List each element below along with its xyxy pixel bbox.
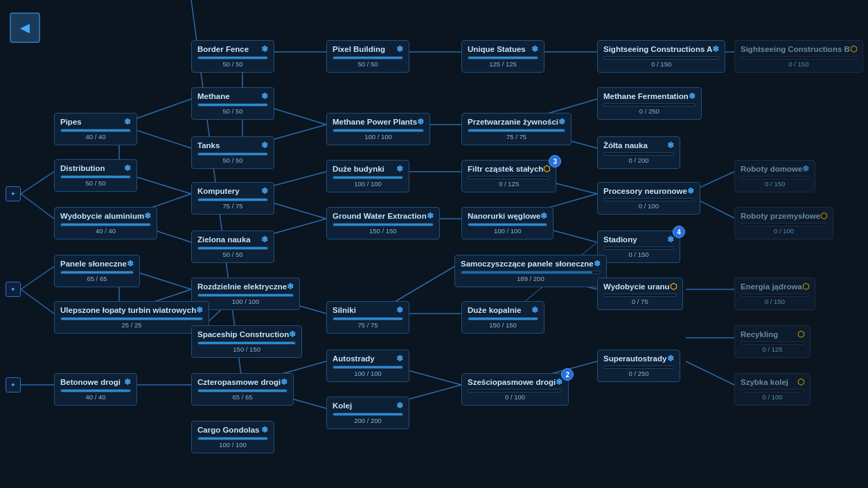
- node-border-fence[interactable]: Border Fence ❄ 50 / 50: [191, 40, 274, 73]
- node-label-duze-budynki: Duże budynki: [333, 165, 396, 173]
- node-przetwarzanie[interactable]: Przetwarzanie żywności ❄ 75 / 75: [461, 113, 572, 145]
- node-title-silniki: Silniki ❄: [333, 305, 403, 315]
- node-autostrady[interactable]: Autostrady ❄ 100 / 100: [326, 350, 409, 382]
- node-icon-roboty-domowe: ❄: [802, 164, 809, 174]
- node-distribution[interactable]: Distribution ❄ 50 / 50: [54, 159, 137, 192]
- node-title-recykling: Recykling ⬡: [741, 329, 804, 339]
- node-szesciopasmowe[interactable]: Sześciopasmowe drogi ❄ 0 / 100 2: [461, 373, 569, 406]
- progress-fill-betonowe-drogi: [61, 390, 130, 392]
- node-komputery[interactable]: Komputery ❄ 75 / 75: [191, 182, 274, 215]
- progress-fill-duze-budynki: [333, 177, 402, 179]
- node-tanks[interactable]: Tanks ❄ 50 / 50: [191, 136, 274, 169]
- node-count-unique-statues: 125 / 125: [468, 60, 538, 68]
- node-count-energia-jadrowa: 0 / 150: [741, 298, 809, 305]
- node-title-roboty-domowe: Roboty domowe ❄: [741, 164, 809, 174]
- node-panele[interactable]: Panele słoneczne ❄ 65 / 65: [54, 255, 140, 287]
- progress-bg-distribution: [60, 175, 131, 179]
- progress-bg-autostrady: [333, 365, 403, 369]
- node-label-rozdzielnie: Rozdzielnie elektryczne: [197, 282, 287, 291]
- node-cargo-gondolas[interactable]: Cargo Gondolas ❄ 100 / 100: [191, 421, 274, 453]
- progress-bg-kolej: [333, 413, 403, 416]
- node-label-methane-ferm: Methane Fermentation: [603, 92, 689, 100]
- node-icon-silniki: ❄: [396, 305, 403, 315]
- node-sightseeing-b[interactable]: Sightseeing Constructions B ⬡ 0 / 150: [734, 40, 863, 73]
- node-recykling[interactable]: Recykling ⬡ 0 / 125: [734, 325, 811, 358]
- node-zielona-nauka[interactable]: Zielona nauka ❄ 50 / 50: [191, 231, 274, 263]
- node-count-pipes: 40 / 40: [60, 133, 131, 141]
- left-trigger-1[interactable]: [6, 186, 21, 201]
- node-ground-water[interactable]: Ground Water Extraction ❄ 150 / 150: [326, 207, 440, 240]
- progress-bg-ulepszane-lopaty: [60, 317, 203, 320]
- node-title-superautostrady: Superautostrady ❄: [603, 354, 674, 363]
- node-pixel-building[interactable]: Pixel Building ❄ 50 / 50: [326, 40, 409, 73]
- back-button[interactable]: [10, 12, 40, 43]
- progress-bg-panele: [60, 271, 134, 274]
- node-samoczyszczace[interactable]: Samoczyszczące panele słoneczne ❄ 189 / …: [454, 255, 607, 287]
- node-energia-jadrowa[interactable]: Energia jądrowa ⬡ 0 / 150: [734, 278, 815, 310]
- node-methane-ferm[interactable]: Methane Fermentation ❄ 0 / 250: [597, 87, 702, 120]
- node-methane[interactable]: Methane ❄ 50 / 50: [191, 87, 274, 120]
- node-sightseeing-a[interactable]: Sightseeing Constructions A ❄ 0 / 150: [597, 40, 725, 73]
- node-spaceship[interactable]: Spaceship Construction ❄ 150 / 150: [191, 325, 302, 358]
- left-trigger-2[interactable]: [6, 282, 21, 297]
- node-title-methane-ferm: Methane Fermentation ❄: [603, 91, 696, 101]
- node-ulepszane-lopaty[interactable]: Ulepszone łopaty turbin wiatrowych ❄ 25 …: [54, 301, 209, 334]
- node-filtr[interactable]: Filtr cząstek stałych ⬡ 0 / 125 3: [461, 160, 556, 192]
- node-betonowe-drogi[interactable]: Betonowe drogi ❄ 40 / 40: [54, 373, 137, 406]
- node-icon-roboty-przemyslowe: ⬡: [820, 211, 827, 221]
- node-icon-panele: ❄: [127, 259, 134, 269]
- progress-bg-duze-budynki: [333, 176, 403, 179]
- node-zolta-nauka[interactable]: Żółta nauka ❄ 0 / 200: [597, 136, 680, 169]
- node-icon-recykling: ⬡: [797, 329, 804, 339]
- left-trigger-3[interactable]: [6, 377, 21, 392]
- node-label-panele: Panele słoneczne: [60, 260, 127, 268]
- node-icon-zielona-nauka: ❄: [261, 235, 268, 244]
- progress-bg-spaceship: [197, 341, 296, 345]
- node-duze-kopalnie[interactable]: Duże kopalnie ❄ 150 / 150: [461, 301, 544, 334]
- node-label-przetwarzanie: Przetwarzanie żywności: [468, 118, 558, 126]
- node-wydobycie-al[interactable]: Wydobycie aluminium ❄ 40 / 40: [54, 207, 157, 240]
- node-count-spaceship: 150 / 150: [197, 345, 296, 353]
- node-methane-power[interactable]: Methane Power Plants ❄ 100 / 100: [326, 113, 430, 145]
- node-label-roboty-domowe: Roboty domowe: [741, 165, 802, 173]
- node-silniki[interactable]: Silniki ❄ 75 / 75: [326, 301, 409, 334]
- node-count-methane: 50 / 50: [197, 107, 268, 115]
- node-icon-zolta-nauka: ❄: [667, 141, 674, 150]
- node-stadiony[interactable]: Stadiony ❄ 0 / 150 4: [597, 231, 680, 263]
- node-badge-filtr: 3: [549, 155, 561, 168]
- progress-bg-sightseeing-a: [603, 56, 719, 60]
- node-label-wydobycie-al: Wydobycie aluminium: [60, 212, 144, 220]
- node-label-sightseeing-a: Sightseeing Constructions A: [603, 45, 712, 53]
- node-duze-budynki[interactable]: Duże budynki ❄ 100 / 100: [326, 160, 409, 192]
- node-wydobycie-uranu[interactable]: Wydobycie uranu ⬡ 0 / 75: [597, 278, 683, 310]
- progress-bg-zolta-nauka: [603, 152, 674, 156]
- progress-bg-superautostrady: [603, 365, 674, 369]
- progress-bg-recykling: [741, 341, 804, 345]
- node-count-samoczyszczace: 189 / 200: [461, 275, 601, 282]
- node-title-tanks: Tanks ❄: [197, 141, 268, 150]
- node-czteropasmowe[interactable]: Czteropasmowe drogi ❄ 65 / 65: [191, 373, 294, 406]
- node-title-spaceship: Spaceship Construction ❄: [197, 329, 296, 339]
- node-label-samoczyszczace: Samoczyszczące panele słoneczne: [461, 260, 594, 268]
- node-unique-statues[interactable]: Unique Statues ❄ 125 / 125: [461, 40, 544, 73]
- progress-fill-border-fence: [198, 57, 267, 59]
- node-icon-unique-statues: ❄: [531, 44, 538, 54]
- node-label-sightseeing-b: Sightseeing Constructions B: [741, 45, 850, 53]
- node-procesory[interactable]: Procesory neuronowe ❄ 0 / 100: [597, 182, 700, 215]
- node-pipes[interactable]: Pipes ❄ 40 / 40: [54, 113, 137, 145]
- progress-bg-wydobycie-al: [60, 223, 151, 226]
- node-szybka-kolej[interactable]: Szybka kolej ⬡ 0 / 100: [734, 373, 811, 406]
- node-roboty-domowe[interactable]: Roboty domowe ❄ 0 / 150: [734, 160, 815, 192]
- node-kolej[interactable]: Kolej ❄ 200 / 200: [326, 397, 409, 429]
- progress-bg-ground-water: [333, 223, 434, 226]
- node-icon-spaceship: ❄: [289, 329, 296, 339]
- progress-fill-pixel-building: [333, 57, 402, 59]
- node-title-panele: Panele słoneczne ❄: [60, 259, 134, 269]
- node-superautostrady[interactable]: Superautostrady ❄ 0 / 250: [597, 350, 680, 382]
- node-roboty-przemyslowe[interactable]: Roboty przemysłowe ⬡ 0 / 100: [734, 207, 833, 240]
- node-count-recykling: 0 / 125: [741, 345, 804, 353]
- progress-bg-procesory: [603, 198, 694, 201]
- node-nanorurki[interactable]: Nanorurki węglowe ❄ 100 / 100: [461, 207, 553, 240]
- progress-bg-filtr: [468, 176, 550, 179]
- node-title-border-fence: Border Fence ❄: [197, 44, 268, 54]
